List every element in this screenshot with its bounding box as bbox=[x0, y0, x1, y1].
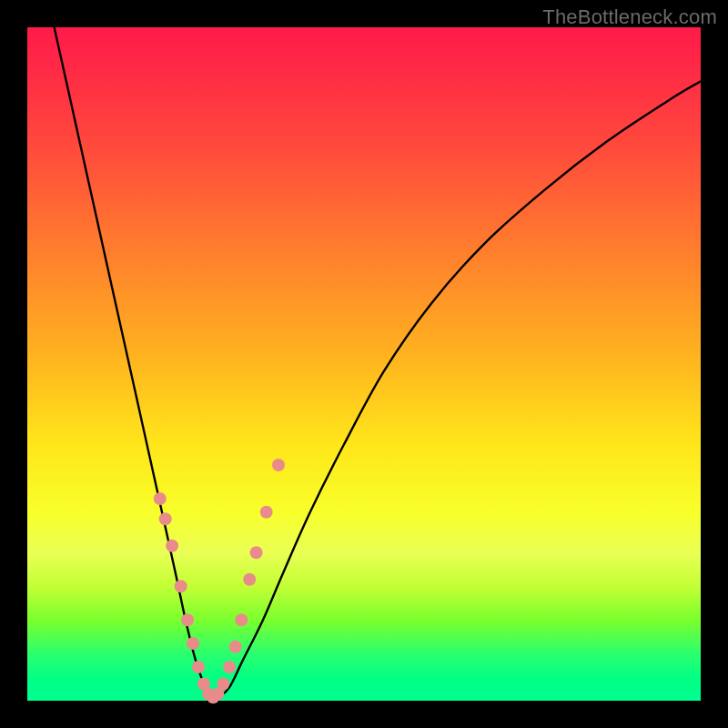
sweet-spot-marker bbox=[229, 641, 242, 653]
attribution-text: TheBottleneck.com bbox=[542, 5, 717, 29]
plot-area bbox=[27, 27, 701, 701]
sweet-spot-marker bbox=[217, 678, 229, 691]
sweet-spot-marker bbox=[192, 661, 205, 673]
sweet-spot-marker bbox=[159, 512, 172, 525]
sweet-spot-marker bbox=[235, 613, 248, 626]
sweet-spot-marker bbox=[166, 540, 178, 552]
sweet-spot-marker bbox=[243, 573, 256, 586]
bottleneck-curve bbox=[55, 27, 701, 697]
sweet-spot-marker bbox=[250, 546, 263, 559]
sweet-spot-marker bbox=[260, 506, 273, 519]
sweet-spot-marker bbox=[181, 613, 194, 626]
chart-svg bbox=[27, 27, 701, 701]
sweet-spot-marker bbox=[223, 661, 236, 673]
sweet-spot-marker bbox=[154, 492, 167, 505]
sweet-spot-marker bbox=[187, 637, 199, 650]
chart-stage: TheBottleneck.com bbox=[0, 0, 728, 728]
sweet-spot-marker bbox=[175, 580, 187, 592]
sweet-spot-marker bbox=[272, 459, 285, 471]
sweet-spot-markers bbox=[154, 459, 285, 703]
